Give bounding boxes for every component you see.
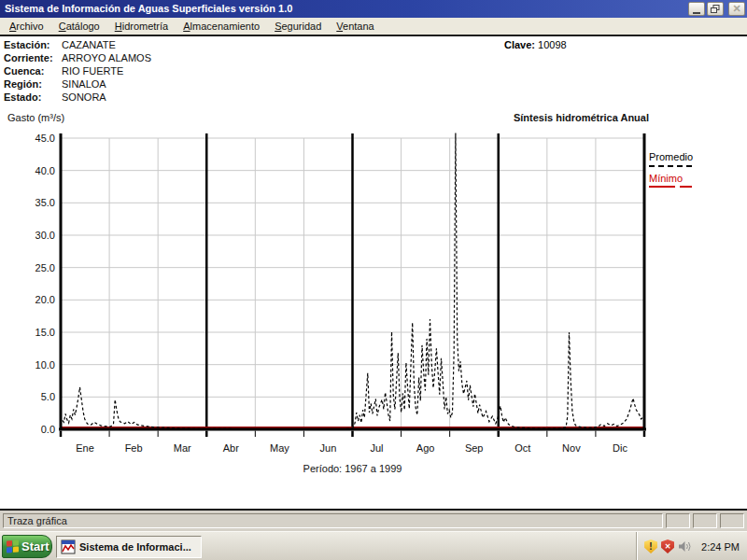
menu-item-seguridad[interactable]: Seguridad (267, 20, 329, 33)
menu-item-catalogo[interactable]: Catálogo (51, 20, 107, 33)
app-window: Sistema de Información de Aguas Superfic… (0, 0, 747, 560)
chart-legend: Promedio Mínimo (649, 151, 719, 188)
legend-promedio-line-sample (649, 165, 692, 167)
station-value: ARROYO ALAMOS (62, 51, 151, 64)
restore-button[interactable] (707, 2, 724, 16)
svg-text:Ene: Ene (76, 442, 94, 454)
station-label: Estado: (4, 91, 62, 104)
station-row-estado: Estado: SONORA (4, 91, 151, 104)
svg-text:20.0: 20.0 (35, 294, 55, 305)
svg-text:40.0: 40.0 (35, 165, 55, 176)
station-row-cuenca: Cuenca: RIO FUERTE (4, 64, 151, 77)
station-value: SINALOA (62, 77, 106, 91)
station-row-region: Región: SINALOA (4, 77, 151, 91)
station-label: Estación: (4, 38, 62, 51)
station-value: CAZANATE (62, 38, 116, 51)
station-label: Región: (4, 77, 62, 91)
menu-bar: Archivo Catálogo Hidrometría Almacenamie… (0, 18, 747, 36)
svg-text:Sep: Sep (465, 442, 484, 454)
close-button[interactable]: ✕ (728, 2, 745, 16)
start-label: Start (21, 539, 49, 553)
station-label: Cuenca: (4, 64, 62, 77)
menu-item-ventana[interactable]: Ventana (329, 20, 381, 33)
svg-text:Período: 1967 a 1999: Período: 1967 a 1999 (303, 463, 402, 474)
svg-text:Jun: Jun (320, 442, 337, 454)
close-icon: ✕ (732, 0, 740, 18)
station-row-estacion: Estación: CAZANATE (4, 38, 151, 51)
status-pane-3 (720, 513, 744, 528)
taskbar-app-label: Sistema de Informaci... (79, 541, 191, 553)
svg-text:Ago: Ago (416, 442, 435, 454)
station-value: SONORA (62, 91, 106, 104)
restore-icon (711, 5, 720, 14)
station-label: Corriente: (4, 51, 62, 64)
svg-text:Dic: Dic (613, 442, 627, 454)
svg-text:15.0: 15.0 (35, 327, 55, 338)
minimize-icon (693, 12, 700, 14)
menu-item-archivo[interactable]: Archivo (2, 20, 51, 33)
svg-text:Oct: Oct (514, 442, 530, 454)
station-value: RIO FUERTE (62, 64, 123, 77)
taskbar-clock: 2:24 PM (701, 541, 740, 553)
security-warning-icon[interactable]: ! (644, 539, 657, 553)
speaker-icon[interactable] (678, 540, 692, 553)
svg-text:5.0: 5.0 (41, 391, 55, 402)
start-button[interactable]: Start (2, 535, 52, 558)
status-bar: Traza gráfica (0, 509, 747, 531)
status-pane-2 (693, 513, 717, 528)
windows-logo-icon (7, 539, 19, 553)
svg-text:30.0: 30.0 (35, 230, 55, 241)
svg-text:Mar: Mar (174, 442, 191, 454)
clave-field: Clave: 10098 (504, 38, 567, 51)
window-title: Sistema de Información de Aguas Superfic… (5, 3, 292, 14)
svg-text:Jul: Jul (371, 442, 384, 454)
svg-text:10.0: 10.0 (35, 359, 55, 371)
svg-text:Nov: Nov (562, 442, 581, 454)
legend-minimo-label: Mínimo (649, 173, 719, 184)
clave-value: 10098 (538, 39, 567, 50)
system-tray: ! ✕ 2:24 PM (636, 532, 747, 560)
security-error-icon[interactable]: ✕ (661, 539, 674, 553)
app-icon (61, 539, 76, 554)
svg-text:Abr: Abr (223, 442, 239, 454)
minimize-button[interactable] (688, 2, 705, 16)
station-row-corriente: Corriente: ARROYO ALAMOS (4, 51, 151, 64)
taskbar: Start Sistema de Informaci... ! ✕ 2:24 P… (0, 531, 747, 560)
svg-text:Feb: Feb (125, 442, 143, 454)
svg-text:0.0: 0.0 (41, 424, 55, 435)
svg-text:25.0: 25.0 (35, 262, 55, 273)
legend-minimo-line-sample (649, 186, 719, 188)
station-info: Estación: CAZANATE Corriente: ARROYO ALA… (4, 38, 151, 104)
menu-item-hidrometria[interactable]: Hidrometría (107, 20, 176, 33)
clave-label: Clave: (504, 39, 535, 50)
status-pane-1 (666, 513, 690, 528)
svg-text:May: May (270, 442, 289, 454)
svg-text:45.0: 45.0 (35, 133, 55, 144)
window-controls: ✕ (688, 2, 745, 16)
taskbar-app-button[interactable]: Sistema de Informaci... (56, 536, 202, 558)
svg-text:35.0: 35.0 (35, 197, 55, 208)
legend-promedio-label: Promedio (649, 151, 719, 162)
title-bar: Sistema de Información de Aguas Superfic… (0, 0, 747, 18)
status-text: Traza gráfica (3, 513, 663, 528)
hydrograph-chart: 0.05.010.015.020.025.030.035.040.045.0En… (0, 119, 747, 493)
client-area: Estación: CAZANATE Corriente: ARROYO ALA… (0, 36, 747, 509)
menu-item-almacenamiento[interactable]: Almacenamiento (176, 20, 267, 33)
